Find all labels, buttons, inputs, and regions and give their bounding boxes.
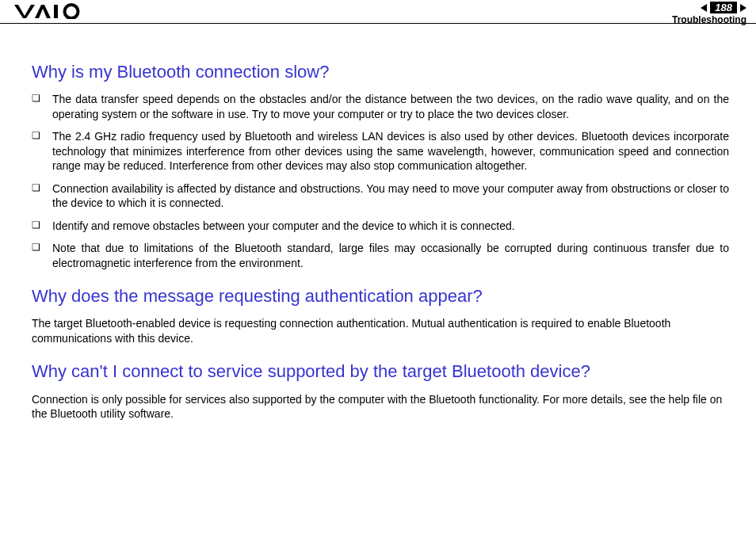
list-item: Note that due to limitations of the Blue… (32, 241, 729, 270)
next-page-arrow-icon[interactable] (740, 4, 746, 12)
page-number-row: 188 (701, 2, 746, 13)
prev-page-arrow-icon[interactable] (701, 4, 707, 12)
list-item: The 2.4 GHz radio frequency used by Blue… (32, 129, 729, 173)
answer-body-2: The target Bluetooth-enabled device is r… (32, 316, 729, 345)
question-heading-1: Why is my Bluetooth connection slow? (32, 62, 729, 82)
svg-rect-0 (54, 5, 58, 18)
list-item: The data transfer speed depends on the o… (32, 92, 729, 121)
vaio-logo (14, 3, 86, 19)
page-content: Why is my Bluetooth connection slow? The… (0, 24, 756, 421)
page-header: 188 Troubleshooting (0, 0, 756, 24)
question-heading-3: Why can't I connect to service supported… (32, 361, 729, 382)
answer-body-3: Connection is only possible for services… (32, 392, 729, 421)
page-number: 188 (715, 2, 732, 13)
header-right: 188 Troubleshooting (672, 2, 746, 25)
page-root: 188 Troubleshooting Why is my Bluetooth … (0, 0, 756, 534)
answer-list-1: The data transfer speed depends on the o… (32, 92, 729, 270)
section-label: Troubleshooting (672, 14, 746, 25)
vaio-logo-svg (14, 3, 86, 19)
page-number-badge: 188 (710, 2, 737, 13)
list-item: Connection availability is affected by d… (32, 181, 729, 211)
svg-point-1 (65, 5, 78, 18)
question-heading-2: Why does the message requesting authenti… (32, 286, 729, 307)
list-item: Identify and remove obstacles between yo… (32, 219, 729, 233)
